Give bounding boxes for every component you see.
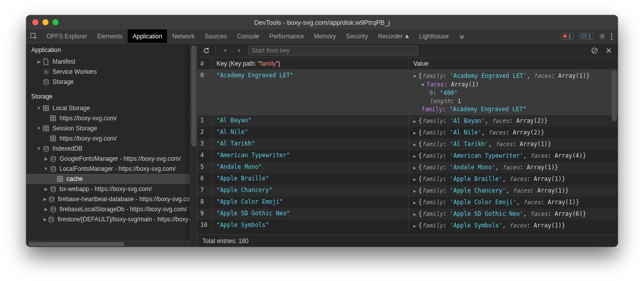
svg-line-36 — [593, 49, 596, 52]
row-value[interactable]: ▶{family: 'Andale Mono', faces: Array(1)… — [409, 162, 618, 173]
tree-node[interactable]: https://boxy-svg.com/ — [26, 113, 190, 123]
tree-node[interactable]: ▶firebase-heartbeat-database - https://b… — [26, 194, 190, 204]
tab-console[interactable]: Console — [232, 29, 264, 43]
table-footer: Total entries: 180 — [197, 235, 618, 247]
tree-node[interactable]: https://boxy-svg.com/ — [26, 133, 190, 144]
svg-point-4 — [611, 35, 613, 37]
table-row[interactable]: 1"Al Bayan"▶{family: 'Al Bayan', faces: … — [197, 115, 618, 127]
chevron-right-icon[interactable]: ▶ — [43, 197, 47, 202]
clear-objectstore-icon[interactable] — [589, 45, 600, 56]
tab-performance[interactable]: Performance — [264, 29, 309, 43]
table-row[interactable]: 3"Al Tarikh"▶{family: 'Al Tarikh', faces… — [197, 138, 618, 150]
row-value[interactable]: ▶{family: 'American Typewriter', faces: … — [409, 150, 618, 162]
table-row[interactable]: 7"Apple Chancery"▶{family: 'Apple Chance… — [197, 185, 618, 197]
row-key: "Andale Mono" — [212, 162, 409, 173]
tab-overflow-button[interactable] — [454, 29, 470, 43]
tab-lighthouse[interactable]: Lighthouse — [414, 29, 454, 43]
tree-node[interactable]: ▼LocalFontsManager - https://boxy-svg.co… — [26, 164, 190, 174]
recorder-beta-icon — [405, 34, 409, 38]
chevron-down-icon[interactable]: ▼ — [36, 126, 41, 131]
tree-node[interactable]: ▶bx-webapp - https://boxy-svg.com/ — [26, 184, 190, 194]
table-header: # Key (Key path: "family") Value — [197, 58, 618, 70]
row-value[interactable]: ▶{family: 'Al Tarikh', faces: Array(1)} — [409, 138, 618, 150]
tab-security[interactable]: Security — [341, 29, 373, 43]
tree-node[interactable]: ▶firestore/[DEFAULT]/boxy-svg/main - htt… — [26, 214, 190, 224]
row-value[interactable]: ▼{family: 'Academy Engraved LET', faces:… — [409, 70, 618, 115]
tree-node[interactable]: Storage — [26, 77, 190, 87]
svg-point-6 — [45, 71, 47, 73]
db-icon — [49, 185, 57, 193]
row-index: 2 — [197, 127, 212, 138]
tree-node[interactable]: Service Workers — [26, 67, 190, 77]
tab-opfs-explorer[interactable]: OPFS Explorer — [41, 29, 92, 43]
table-row[interactable]: 5"Andale Mono"▶{family: 'Andale Mono', f… — [197, 162, 618, 173]
row-value[interactable]: ▶{family: 'Apple Chancery', faces: Array… — [409, 185, 618, 197]
error-badge[interactable]: 1 — [561, 33, 574, 40]
row-value[interactable]: ▶{family: 'Apple Braille', faces: Array(… — [409, 173, 618, 185]
inspect-element-icon[interactable] — [26, 29, 41, 43]
tab-elements[interactable]: Elements — [92, 29, 128, 43]
grid-icon — [49, 135, 57, 142]
start-from-key-input[interactable] — [248, 45, 418, 56]
sidebar-vscrollbar[interactable] — [190, 43, 197, 247]
chevron-down-icon[interactable]: ▼ — [36, 146, 41, 151]
svg-point-33 — [51, 207, 56, 208]
svg-point-5 — [611, 38, 613, 39]
row-index: 9 — [197, 208, 212, 220]
tab-sources[interactable]: Sources — [199, 29, 232, 43]
table-vscrollbar[interactable] — [612, 71, 617, 121]
table-row[interactable]: 4"American Typewriter"▶{family: 'America… — [197, 150, 618, 162]
sidebar-hscrollbar[interactable] — [26, 241, 190, 247]
col-key[interactable]: Key (Key path: "family") — [212, 58, 409, 69]
table-row[interactable]: 0"Academy Engraved LET"▼{family: 'Academ… — [197, 70, 618, 115]
row-value[interactable]: ▶{family: 'Al Bayan', faces: Array(2)} — [409, 115, 618, 127]
col-index[interactable]: # — [197, 58, 212, 69]
prev-page-icon[interactable] — [220, 45, 230, 56]
tree-node[interactable]: ▼IndexedDB — [26, 144, 190, 154]
svg-point-34 — [49, 217, 53, 218]
table-row[interactable]: 2"Al Nile"▶{family: 'Al Nile', faces: Ar… — [197, 127, 618, 138]
refresh-icon[interactable] — [201, 45, 211, 56]
sidebar: Application ▶ManifestService WorkersStor… — [26, 43, 190, 247]
tree-node[interactable]: cache — [26, 174, 190, 184]
svg-point-3 — [611, 33, 613, 34]
chevron-right-icon[interactable]: ▶ — [43, 186, 48, 192]
next-page-icon[interactable] — [234, 45, 244, 56]
chevron-right-icon[interactable]: ▶ — [36, 59, 41, 64]
col-value[interactable]: Value — [409, 58, 618, 69]
table-row[interactable]: 9"Apple SD Gothic Neo"▶{family: 'Apple S… — [197, 208, 618, 220]
row-value[interactable]: ▶{family: 'Apple Color Emoji', faces: Ar… — [409, 197, 618, 208]
table-row[interactable]: 8"Apple Color Emoji"▶{family: 'Apple Col… — [197, 197, 618, 208]
table-row[interactable]: 10"Apple Symbols"▶{family: 'Apple Symbol… — [197, 220, 618, 231]
delete-selected-icon[interactable] — [604, 45, 614, 56]
tree-node-label: LocalFontsManager - https://boxy-svg.com… — [60, 165, 176, 172]
chevron-right-icon[interactable]: ▶ — [43, 207, 48, 212]
tree-node[interactable]: ▶GoogleFontsManager - https://boxy-svg.c… — [26, 154, 190, 164]
more-icon[interactable] — [611, 33, 613, 40]
row-value[interactable]: ▶{family: 'Apple SD Gothic Neo', faces: … — [409, 208, 618, 220]
tree-node[interactable]: ▼Session Storage — [26, 123, 190, 133]
total-count: 180 — [238, 238, 248, 245]
grid-icon — [42, 125, 49, 132]
table-row[interactable]: 6"Apple Braille"▶{family: 'Apple Braille… — [197, 173, 618, 185]
chevron-down-icon[interactable]: ▼ — [43, 166, 48, 171]
tree-node[interactable]: ▶Manifest — [26, 57, 190, 67]
message-badge[interactable]: 1 — [579, 33, 594, 40]
row-key: "American Typewriter" — [212, 150, 409, 162]
row-key: "Al Nile" — [212, 127, 409, 138]
tree-node[interactable]: ▶firebaseLocalStorageDb - https://boxy-s… — [26, 204, 190, 214]
tab-recorder[interactable]: Recorder — [373, 29, 414, 43]
tab-memory[interactable]: Memory — [309, 29, 341, 43]
row-value[interactable]: ▶{family: 'Al Nile', faces: Array(2)} — [409, 127, 618, 138]
tree-node[interactable]: ▼Local Storage — [26, 103, 190, 113]
row-value[interactable]: ▶{family: 'Apple Symbols', faces: Array(… — [409, 220, 618, 231]
chevron-down-icon[interactable]: ▼ — [36, 106, 41, 111]
chevron-right-icon[interactable]: ▶ — [43, 156, 48, 161]
settings-icon[interactable] — [599, 33, 606, 40]
tab-network[interactable]: Network — [167, 29, 199, 43]
chevron-right-icon[interactable]: ▶ — [43, 217, 47, 222]
table-rows: 0"Academy Engraved LET"▼{family: 'Academ… — [197, 70, 618, 235]
tab-application[interactable]: Application — [128, 29, 168, 43]
row-index: 10 — [197, 220, 212, 231]
svg-rect-1 — [582, 34, 586, 37]
